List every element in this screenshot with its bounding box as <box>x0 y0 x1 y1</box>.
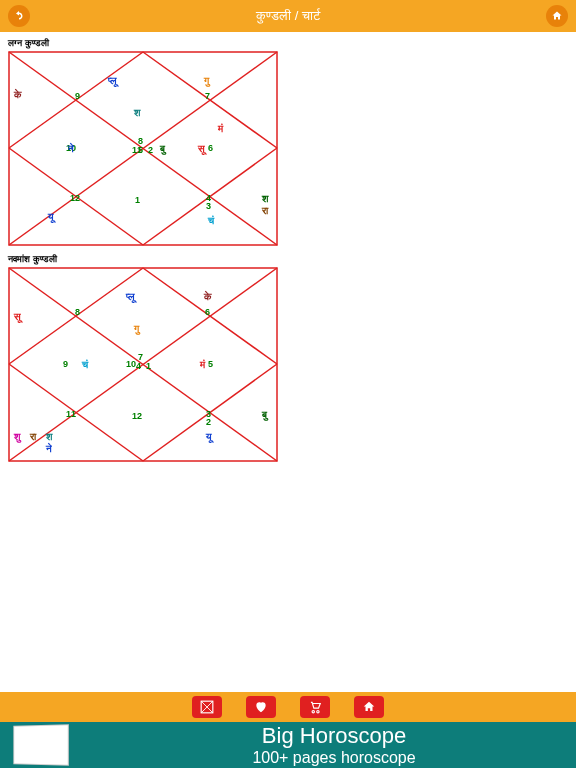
ad-text: Big Horoscope 100+ pages horoscope <box>92 723 576 767</box>
heart-icon <box>253 700 269 714</box>
planet-su: सू <box>198 143 205 155</box>
cart-icon <box>307 700 323 714</box>
planet-plu: प्लू <box>126 291 135 303</box>
lagna-kundli-chart: 8 9 7 10 5 2 6 12 1 4 11 3 प्लू गु के श … <box>8 51 278 246</box>
planet-ke: के <box>204 291 211 303</box>
lagna-chart-label: लग्न कुण्डली <box>8 38 568 49</box>
back-button[interactable] <box>8 5 30 27</box>
planet-bu: बु <box>160 143 165 155</box>
planet-gu: गु <box>134 323 139 335</box>
planet-ra: रा <box>262 205 268 217</box>
planet-su: सू <box>14 311 21 323</box>
planet-ma: मं <box>200 359 205 371</box>
ad-title: Big Horoscope <box>92 723 576 749</box>
chart-nav-button[interactable] <box>192 696 222 718</box>
planet-bu: बु <box>262 409 267 421</box>
planet-ma: मं <box>218 123 223 135</box>
planet-cha: चं <box>208 215 214 227</box>
header: कुण्डली / चार्ट <box>0 0 576 32</box>
navamsa-chart-label: नवमांश कुण्डली <box>8 254 568 265</box>
planet-sha: श <box>134 107 140 119</box>
planet-yu: यू <box>206 431 212 443</box>
planet-yu: यू <box>48 211 54 223</box>
planet-sha2: श <box>262 193 268 205</box>
planet-sha: श <box>46 431 52 443</box>
favorite-button[interactable] <box>246 696 276 718</box>
ad-banner[interactable]: Big Horoscope 100+ pages horoscope <box>0 722 576 768</box>
header-title: कुण्डली / चार्ट <box>256 8 320 24</box>
planet-ke: के <box>14 89 21 101</box>
planet-ra: रा <box>30 431 36 443</box>
navamsa-kundli-chart: 7 8 6 9 4 1 5 11 12 3 10 2 प्लू के सू गु… <box>8 267 278 462</box>
home-button[interactable] <box>546 5 568 27</box>
home-nav-button[interactable] <box>354 696 384 718</box>
planet-plu: प्लू <box>108 75 117 87</box>
planet-shu: शु <box>14 431 20 443</box>
planet-ne: ने <box>46 443 52 455</box>
home-icon <box>551 10 563 22</box>
planet-ne: ने <box>68 143 74 155</box>
content-area: लग्न कुण्डली 8 9 7 10 5 2 6 12 1 4 11 3 … <box>0 32 576 692</box>
planet-cha: चं <box>82 359 88 371</box>
kundli-icon <box>199 700 215 714</box>
home-icon <box>361 700 377 714</box>
shop-button[interactable] <box>300 696 330 718</box>
back-icon <box>13 10 25 22</box>
planet-gu: गु <box>204 75 209 87</box>
bottom-toolbar <box>0 692 576 722</box>
ad-subtitle: 100+ pages horoscope <box>92 749 576 767</box>
ad-book-image <box>12 722 92 768</box>
